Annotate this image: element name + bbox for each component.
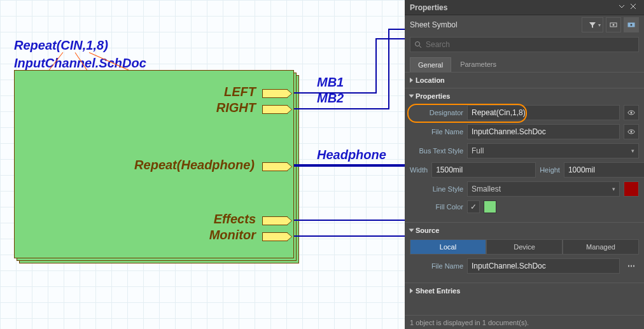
label-width: Width [410, 166, 428, 174]
label-src-filename: File Name [410, 262, 463, 270]
status-bar: 1 object is displayed in 1 document(s). [405, 315, 644, 329]
label-linestyle: Line Style [410, 185, 463, 193]
port-label-headphone: Repeat(Headphone) [127, 158, 255, 172]
svg-point-4 [416, 42, 420, 46]
input-width[interactable] [431, 162, 536, 178]
sheet-title: Repeat(CIN,1,8) [14, 38, 108, 53]
visibility-designator[interactable] [624, 105, 639, 120]
visibility-filename[interactable] [624, 124, 639, 139]
filter-button[interactable] [582, 17, 603, 32]
svg-point-8 [631, 131, 633, 133]
port-label-effects: Effects [192, 212, 256, 227]
dropdown-linestyle[interactable]: Smallest [467, 181, 620, 197]
section-source[interactable]: Source [410, 227, 639, 234]
swatch-fillcolor[interactable] [484, 200, 496, 213]
schematic-canvas[interactable]: Repeat(CIN,1,8) InputChannel.SchDoc Chan… [0, 0, 405, 329]
panel-title: Properties [410, 3, 616, 12]
browse-button[interactable]: ⋯ [624, 258, 639, 274]
label-bustext: Bus Text Style [410, 147, 463, 155]
label-height: Height [540, 166, 560, 174]
svg-point-3 [631, 24, 633, 26]
port-monitor[interactable] [262, 232, 288, 241]
label-designator: Designator [410, 109, 463, 116]
port-effects[interactable] [262, 216, 288, 225]
search-icon [414, 41, 422, 48]
net-headphone: Headphone [317, 148, 386, 162]
search-input[interactable] [426, 40, 634, 49]
port-headphone[interactable] [262, 162, 288, 171]
input-designator[interactable] [467, 105, 620, 120]
net-mb1: MB1 [317, 75, 344, 90]
object-type: Sheet Symbol [410, 20, 579, 29]
dropdown-icon[interactable] [619, 3, 627, 12]
close-icon[interactable] [630, 3, 639, 12]
svg-point-1 [613, 24, 615, 26]
tab-general[interactable]: General [410, 57, 451, 72]
swatch-linecolor[interactable] [624, 181, 639, 197]
svg-point-6 [631, 112, 633, 114]
port-label-left: LEFT [192, 85, 256, 99]
label-filename: File Name [410, 128, 463, 136]
dropdown-bustext[interactable]: Full [467, 143, 639, 158]
port-right[interactable] [262, 105, 288, 114]
port-label-right: RIGHT [192, 101, 256, 115]
tab-parameters[interactable]: Parameters [452, 57, 504, 72]
panel-header: Properties [405, 0, 644, 15]
port-label-monitor: Monitor [192, 228, 256, 242]
properties-panel: Properties Sheet Symbol General Paramete… [405, 0, 644, 329]
mode-button-1[interactable] [606, 17, 621, 32]
source-local[interactable]: Local [410, 239, 486, 255]
input-src-filename[interactable] [467, 258, 620, 274]
label-fillcolor: Fill Color [410, 203, 463, 211]
source-managed[interactable]: Managed [563, 239, 639, 255]
section-properties[interactable]: Properties [410, 92, 639, 100]
section-location[interactable]: Location [410, 76, 639, 84]
checkbox-fillcolor[interactable]: ✓ [467, 200, 480, 213]
mode-button-2[interactable] [624, 17, 639, 32]
search-box[interactable] [410, 37, 639, 52]
input-filename[interactable] [467, 124, 620, 139]
port-left[interactable] [262, 89, 288, 98]
input-height[interactable] [564, 162, 644, 178]
section-sheet-entries[interactable]: Sheet Entries [410, 287, 639, 295]
source-device[interactable]: Device [486, 239, 563, 255]
